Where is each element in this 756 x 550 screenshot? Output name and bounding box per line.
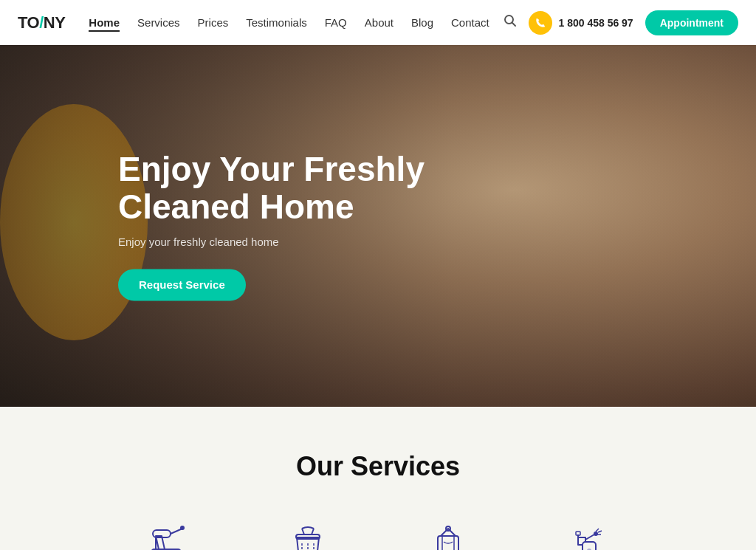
hero-title: Enjoy Your Freshly Cleaned Home — [118, 151, 428, 225]
nav-links: Home Services Prices Testimonials FAQ Ab… — [89, 16, 504, 30]
nav-link-about[interactable]: About — [365, 16, 394, 29]
search-button[interactable] — [504, 14, 517, 31]
nav-link-blog[interactable]: Blog — [411, 16, 433, 29]
hero-content: Enjoy Your Freshly Cleaned Home Enjoy yo… — [118, 151, 428, 300]
nav-item-home[interactable]: Home — [89, 16, 120, 30]
spray-icon — [563, 518, 614, 550]
logo-text-start: TO — [18, 13, 39, 32]
nav-link-testimonials[interactable]: Testimonials — [246, 16, 307, 29]
svg-point-23 — [594, 532, 598, 536]
svg-line-6 — [171, 529, 182, 534]
wardrobe-icon — [422, 518, 474, 550]
services-grid: House Cleaning Deep Cleaning — [30, 518, 726, 550]
svg-line-25 — [598, 531, 602, 532]
nav-link-services[interactable]: Services — [137, 16, 180, 29]
nav-item-prices[interactable]: Prices — [198, 16, 229, 30]
svg-line-10 — [302, 529, 304, 534]
svg-line-1 — [512, 23, 516, 27]
hero-subtitle: Enjoy your freshly cleaned home — [118, 236, 428, 249]
nav-item-about[interactable]: About — [365, 16, 394, 30]
nav-link-contact[interactable]: Contact — [451, 16, 489, 29]
search-icon — [504, 14, 517, 27]
phone-wrapper: 1 800 458 56 97 — [529, 11, 633, 35]
phone-number: 1 800 458 56 97 — [558, 17, 633, 29]
service-item-wardrobe-cleaning[interactable]: Wardrobe Cleaning — [400, 518, 496, 550]
vacuum-icon — [142, 518, 193, 550]
nav-item-services[interactable]: Services — [137, 16, 180, 30]
hero-section: Enjoy Your Freshly Cleaned Home Enjoy yo… — [0, 45, 756, 407]
svg-point-7 — [180, 526, 185, 530]
logo-text-end: NY — [44, 13, 66, 32]
nav-link-prices[interactable]: Prices — [198, 16, 229, 29]
phone-svg-icon — [535, 17, 546, 29]
services-section: Our Services House Cleaning — [0, 407, 756, 550]
nav-item-testimonials[interactable]: Testimonials — [246, 16, 307, 30]
hero-cta-button[interactable]: Request Service — [118, 269, 246, 301]
service-item-deep-cleaning[interactable]: Deep Cleaning — [260, 518, 356, 550]
phone-icon — [529, 11, 552, 35]
navbar: TO/NY Home Services Prices Testimonials … — [0, 0, 756, 45]
nav-item-blog[interactable]: Blog — [411, 16, 433, 30]
services-section-title: Our Services — [30, 451, 726, 482]
service-item-spray-cleaning[interactable]: Spray Cleaning — [540, 518, 636, 550]
svg-line-11 — [312, 529, 314, 534]
nav-link-home[interactable]: Home — [89, 16, 120, 32]
service-item-house-cleaning[interactable]: House Cleaning — [120, 518, 216, 550]
bucket-icon — [282, 518, 334, 550]
svg-line-22 — [585, 534, 594, 540]
logo[interactable]: TO/NY — [18, 13, 65, 32]
nav-item-contact[interactable]: Contact — [451, 16, 489, 30]
nav-item-faq[interactable]: FAQ — [325, 16, 347, 30]
svg-line-24 — [596, 529, 599, 532]
nav-right: 1 800 458 56 97 Appointment — [504, 10, 738, 35]
nav-link-faq[interactable]: FAQ — [325, 16, 347, 29]
svg-rect-29 — [576, 532, 580, 535]
appointment-button[interactable]: Appointment — [645, 10, 738, 35]
